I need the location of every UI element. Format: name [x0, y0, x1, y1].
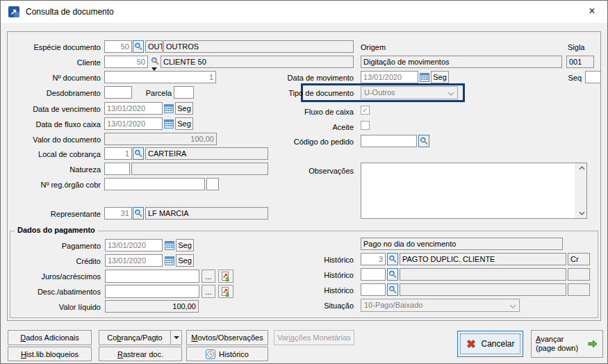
cancelar-button-label: Cancelar	[481, 339, 514, 349]
juros-input[interactable]	[105, 270, 199, 283]
tipo-documento-label: Tipo de documento	[265, 87, 354, 99]
codigo-pedido-lookup-button[interactable]	[418, 135, 429, 147]
dialog-consulta-documento: Consulta de documento × Espécie document…	[0, 0, 608, 364]
scroll-down-button[interactable]	[576, 208, 587, 218]
checkmark-icon: ✓	[362, 106, 368, 115]
data-movimento-calendar-icon[interactable]	[419, 72, 430, 83]
data-fluxo-label: Data de fluxo caixa	[3, 118, 101, 131]
variacoes-monetarias-button: Variações Monetárias	[274, 330, 354, 345]
scroll-up-button[interactable]	[576, 163, 587, 173]
juros-more-button[interactable]: ...	[202, 270, 215, 283]
data-fluxo-seg-button[interactable]: Seg	[175, 117, 193, 130]
observacoes-textarea[interactable]	[361, 163, 587, 219]
historico3-code-input[interactable]	[361, 283, 386, 296]
red-x-icon	[466, 338, 477, 349]
dados-adicionais-button[interactable]: Dados Adicionais	[8, 330, 92, 345]
pagamento-calendar-icon[interactable]	[164, 240, 175, 251]
natureza-code-input[interactable]	[104, 163, 130, 175]
historico3-label: Histórico	[306, 284, 354, 297]
historico1-cr-field: Cr	[568, 253, 590, 265]
data-movimento-seg-button[interactable]: Seg	[431, 71, 449, 83]
especie-label: Espécie documento	[3, 41, 101, 53]
data-fluxo-calendar-icon[interactable]	[163, 118, 174, 129]
historico2-code-input[interactable]	[361, 268, 386, 281]
search-icon	[134, 209, 142, 217]
especie-desc-field: OUTROS	[163, 40, 354, 53]
search-icon	[151, 57, 159, 65]
observacoes-scrollbar[interactable]	[575, 163, 586, 218]
window-title: Consulta de documento	[26, 7, 114, 17]
parcela-input[interactable]	[174, 86, 194, 99]
cancelar-button[interactable]: Cancelar	[457, 331, 523, 357]
search-icon	[134, 42, 142, 51]
cliente-code-input[interactable]: 50	[104, 56, 148, 68]
aceite-checkbox	[361, 121, 370, 130]
descontos-label: Desc./abatimentos	[3, 286, 101, 298]
historico1-code-input[interactable]: 3	[361, 253, 386, 265]
historico3-cr-field	[568, 283, 590, 296]
representante-code-input[interactable]: 31	[104, 207, 132, 220]
local-cobranca-lookup-button[interactable]	[133, 147, 144, 160]
avancar-button[interactable]: Avançar (page down)	[531, 330, 603, 358]
codigo-pedido-input[interactable]	[361, 135, 417, 147]
representante-lookup-button[interactable]	[133, 207, 144, 220]
close-button[interactable]: ×	[577, 1, 607, 22]
historico2-lookup-button[interactable]	[387, 268, 398, 281]
seq-label: Seq	[554, 72, 582, 84]
pagamento-input[interactable]: 13/01/2020	[105, 239, 163, 251]
search-icon	[420, 137, 428, 145]
num-reg-label: Nº reg.órgão cobr	[3, 179, 101, 191]
data-vencimento-calendar-icon[interactable]	[163, 103, 174, 114]
historico-button[interactable]: Histórico	[186, 347, 268, 361]
cobranca-pagto-button[interactable]: Cobrança/Pagto	[99, 330, 182, 345]
num-documento-input[interactable]: 1	[104, 71, 216, 83]
juros-money-button[interactable]	[218, 270, 233, 283]
dados-pagamento-legend: Dados do pagamento	[15, 226, 98, 234]
historico2-label: Histórico	[306, 269, 354, 281]
valor-documento-field: 100,00	[104, 133, 217, 145]
seq-input[interactable]	[585, 71, 601, 83]
historico-button-label: Histórico	[219, 350, 249, 358]
hist-lib-bloqueios-button[interactable]: Hist.lib.bloqueios	[8, 347, 92, 361]
especie-lookup-button[interactable]	[133, 40, 144, 53]
descontos-input[interactable]	[105, 285, 199, 298]
pagamento-seg-button[interactable]: Seg	[176, 239, 194, 251]
local-cobranca-code-input[interactable]: 1	[104, 147, 132, 160]
num-reg-input2[interactable]	[206, 178, 219, 190]
sigla-field: 001	[566, 56, 594, 68]
data-vencimento-input[interactable]: 13/01/2020	[104, 102, 163, 115]
data-fluxo-input[interactable]: 13/01/2020	[104, 117, 163, 130]
num-reg-input[interactable]	[104, 178, 205, 190]
fluxo-caixa-label: Fluxo de caixa	[265, 106, 354, 118]
representante-label: Representante	[3, 208, 101, 220]
especie-code-input[interactable]: 50	[104, 40, 132, 53]
credito-input[interactable]: 13/01/2020	[105, 254, 163, 267]
data-vencimento-seg-button[interactable]: Seg	[175, 102, 193, 115]
desdobramento-input[interactable]	[104, 86, 132, 99]
sigla-label: Sigla	[568, 41, 595, 53]
credito-seg-button[interactable]: Seg	[176, 254, 194, 267]
cliente-label: Cliente	[3, 56, 101, 69]
historico1-lookup-button[interactable]	[387, 253, 398, 265]
cobranca-dropdown-button[interactable]	[170, 331, 181, 345]
credito-calendar-icon[interactable]	[164, 255, 175, 266]
historico2-desc-field	[400, 268, 566, 281]
historico3-lookup-button[interactable]	[387, 283, 398, 296]
search-icon	[388, 270, 397, 279]
valor-documento-label: Valor do documento	[3, 133, 101, 146]
rastrear-doc-button[interactable]: Rastrear doc.	[99, 347, 182, 361]
descontos-more-button[interactable]: ...	[202, 285, 215, 298]
calendar-icon	[164, 119, 174, 129]
cobranca-pagto-label: Cobrança/Pagto	[99, 333, 170, 342]
data-vencimento-label: Data de vencimento	[3, 103, 101, 115]
search-icon	[134, 149, 142, 158]
movtos-observacoes-button[interactable]: Movtos/Observações	[186, 330, 268, 345]
observacoes-label: Observações	[265, 165, 354, 177]
historico3-desc-field	[400, 283, 566, 296]
historico2-cr-field	[568, 268, 590, 281]
data-movimento-input[interactable]: 13/01/2020	[361, 71, 418, 83]
fluxo-caixa-checkbox: ✓	[361, 106, 370, 115]
descontos-money-button[interactable]	[218, 285, 233, 298]
cliente-lookup-button[interactable]	[149, 56, 161, 66]
juros-label: Juros/acréscimos	[3, 270, 101, 283]
